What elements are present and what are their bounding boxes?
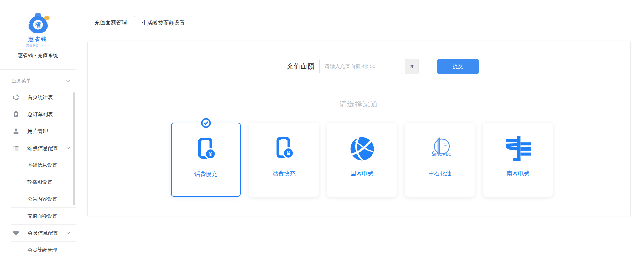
chevron-down-icon xyxy=(66,147,70,150)
user-icon xyxy=(13,128,19,135)
clipboard-icon xyxy=(13,111,19,118)
channel-label: 国网电费 xyxy=(351,170,374,177)
denomination-label: 充值面额: xyxy=(231,59,316,74)
content-panel: 充值面额: 元 提交 请选择渠道 xyxy=(87,41,631,216)
heart-icon xyxy=(13,230,19,236)
channel-label: 南网电费 xyxy=(507,170,530,177)
southern-grid-icon xyxy=(504,135,532,163)
sidebar-section-business-menu[interactable]: 业务菜单 xyxy=(0,70,76,89)
chevron-down-icon xyxy=(66,80,70,82)
sidebar-item-users[interactable]: 用户管理 xyxy=(0,123,76,140)
channel-label: 话费快充 xyxy=(272,170,296,177)
sidebar: 省 惠省钱 充值系统 V1.0.2 惠省钱 - 充值系统 业务菜单 xyxy=(0,4,76,258)
check-badge-icon xyxy=(201,118,211,128)
logo-block: 省 惠省钱 充值系统 V1.0.2 惠省钱 - 充值系统 xyxy=(0,4,76,70)
brand-version: 充值系统 V1.0.2 xyxy=(0,44,76,47)
tab-life-payment-denomination[interactable]: 生活缴费面额设置 xyxy=(134,16,192,30)
channel-card-state-grid[interactable]: 国网电费 xyxy=(327,123,397,197)
yen-glyph: ¥ xyxy=(287,150,290,157)
sidebar-scrollbar-thumb[interactable] xyxy=(73,92,75,205)
channel-label: 话费慢充 xyxy=(194,170,217,178)
sidebar-item-label: 用户管理 xyxy=(27,128,48,135)
list-settings-icon xyxy=(13,145,19,152)
sidebar-subitem-carousel[interactable]: 轮播图设置 xyxy=(0,174,76,191)
sidebar-subitem-notice[interactable]: 公告内容设置 xyxy=(0,191,76,207)
phone-yen-icon: ¥ xyxy=(195,136,217,163)
state-grid-globe-icon xyxy=(348,135,376,163)
section-label: 业务菜单 xyxy=(12,78,31,84)
chevron-down-icon xyxy=(66,232,70,234)
channel-card-phone-fast[interactable]: ¥ 话费快充 xyxy=(249,123,319,197)
sidebar-item-member-config[interactable]: 会员信息配置 xyxy=(0,224,76,241)
sidebar-subitem-member-level[interactable]: 会员等级管理 xyxy=(0,241,76,258)
sidebar-item-orders[interactable]: 总订单列表 xyxy=(0,106,76,123)
submit-button[interactable]: 提交 xyxy=(437,59,479,74)
sidebar-item-home-stats[interactable]: 首页统计表 xyxy=(0,89,76,106)
money-bag-logo-icon: 省 xyxy=(25,29,51,35)
logo-char: 省 xyxy=(34,21,41,28)
brand-name: 惠省钱 xyxy=(0,36,76,43)
sinopec-logo-text: SINOPEC xyxy=(432,152,451,157)
sinopec-icon: SINOPEC xyxy=(427,135,454,163)
pie-chart-icon xyxy=(13,94,19,101)
recharge-admin-app: 省 惠省钱 充值系统 V1.0.2 惠省钱 - 充值系统 业务菜单 xyxy=(0,0,644,258)
sidebar-subitem-denomination[interactable]: 充值面额设置 xyxy=(0,207,76,224)
channel-divider: 请选择渠道 xyxy=(88,99,630,110)
divider-dash-right xyxy=(387,104,406,104)
channel-cards: ¥ 话费慢充 ¥ 话费快充 xyxy=(171,123,553,197)
sidebar-item-label: 站点信息配置 xyxy=(27,145,58,152)
divider-dash-left xyxy=(312,104,331,104)
sidebar-item-label: 首页统计表 xyxy=(27,94,53,101)
channel-label: 中石化油 xyxy=(429,170,452,177)
channel-card-sinopec[interactable]: SINOPEC 中石化油 xyxy=(405,123,475,197)
sidebar-subitem-basic-info[interactable]: 基础信息设置 xyxy=(0,157,76,174)
sidebar-item-label: 会员信息配置 xyxy=(27,230,58,236)
sidebar-item-label: 总订单列表 xyxy=(27,111,53,118)
sidebar-item-site-config[interactable]: 站点信息配置 xyxy=(0,140,76,157)
tab-denomination-management[interactable]: 充值面额管理 xyxy=(87,16,134,30)
channel-card-southern-grid[interactable]: 南网电费 xyxy=(483,123,553,197)
tab-bar: 充值面额管理 生活缴费面额设置 xyxy=(87,16,631,30)
channel-card-phone-slow[interactable]: ¥ 话费慢充 xyxy=(171,123,241,197)
divider-text: 请选择渠道 xyxy=(340,99,379,109)
top-divider xyxy=(0,4,644,4)
phone-yen-icon: ¥ xyxy=(273,135,295,163)
unit-suffix: 元 xyxy=(405,59,419,74)
app-title: 惠省钱 - 充值系统 xyxy=(0,52,76,59)
denomination-input[interactable] xyxy=(319,59,402,74)
sidebar-menu: 首页统计表 总订单列表 用户管理 xyxy=(0,89,76,258)
yen-glyph: ¥ xyxy=(209,150,212,157)
